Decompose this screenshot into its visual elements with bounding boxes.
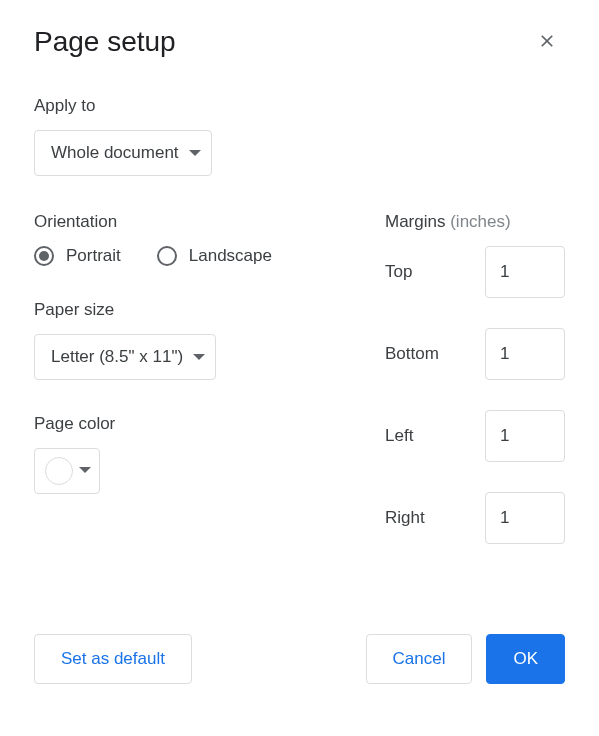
paper-size-value: Letter (8.5" x 11") [51,347,183,367]
margin-bottom-label: Bottom [385,344,439,364]
margin-left-label: Left [385,426,413,446]
radio-icon [157,246,177,266]
color-swatch-icon [45,457,73,485]
cancel-button[interactable]: Cancel [366,634,473,684]
margin-bottom-input[interactable] [485,328,565,380]
margin-top-label: Top [385,262,412,282]
close-button[interactable] [529,24,565,60]
apply-to-dropdown[interactable]: Whole document [34,130,212,176]
close-icon [537,31,557,54]
orientation-section: Orientation Portrait Landscape [34,212,345,266]
ok-button[interactable]: OK [486,634,565,684]
apply-to-label: Apply to [34,96,565,116]
orientation-portrait-radio[interactable]: Portrait [34,246,121,266]
page-setup-dialog: Page setup Apply to Whole document Orien… [0,0,599,708]
margin-left-input[interactable] [485,410,565,462]
landscape-label: Landscape [189,246,272,266]
page-color-dropdown[interactable] [34,448,100,494]
margins-section: Margins (inches) Top Bottom Left Right [385,212,565,574]
margins-unit: (inches) [450,212,510,231]
page-color-label: Page color [34,414,345,434]
orientation-landscape-radio[interactable]: Landscape [157,246,272,266]
set-as-default-button[interactable]: Set as default [34,634,192,684]
caret-down-icon [189,147,201,159]
paper-size-section: Paper size Letter (8.5" x 11") [34,300,345,380]
caret-down-icon [193,351,205,363]
apply-to-section: Apply to Whole document [34,96,565,176]
portrait-label: Portrait [66,246,121,266]
dialog-header: Page setup [34,24,565,60]
margin-right-input[interactable] [485,492,565,544]
margin-top-input[interactable] [485,246,565,298]
dialog-footer: Set as default Cancel OK [34,634,565,684]
page-color-section: Page color [34,414,345,494]
paper-size-label: Paper size [34,300,345,320]
orientation-label: Orientation [34,212,345,232]
apply-to-value: Whole document [51,143,179,163]
paper-size-dropdown[interactable]: Letter (8.5" x 11") [34,334,216,380]
radio-icon [34,246,54,266]
caret-down-icon [79,462,91,480]
margins-label: Margins (inches) [385,212,565,232]
dialog-title: Page setup [34,26,176,58]
margin-right-label: Right [385,508,425,528]
